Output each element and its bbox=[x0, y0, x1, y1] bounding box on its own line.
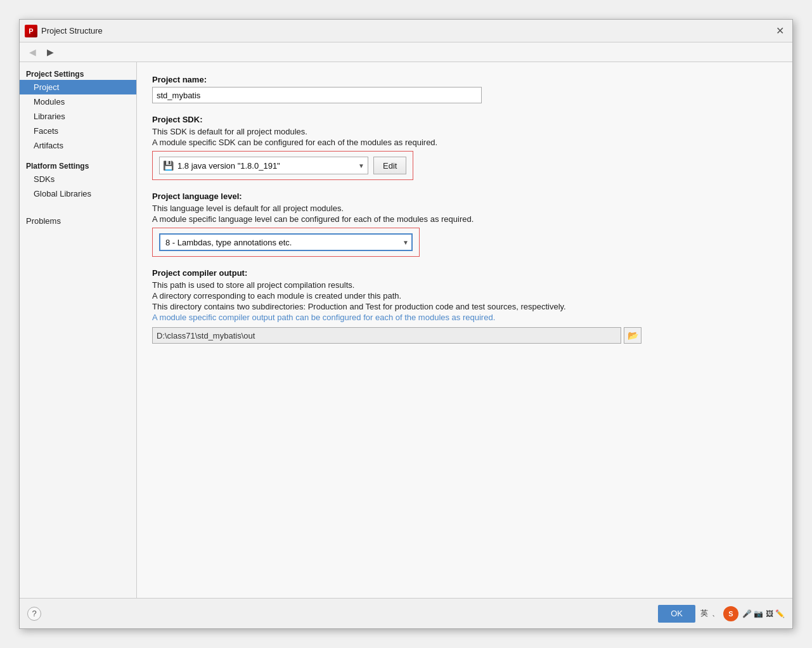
compiler-output-desc1: This path is used to store all project c… bbox=[152, 280, 777, 290]
browse-folder-button[interactable]: 📂 bbox=[624, 327, 641, 344]
close-button[interactable]: ✕ bbox=[772, 23, 787, 39]
project-settings-label: Project Settings bbox=[20, 67, 136, 80]
spacer2 bbox=[20, 201, 136, 207]
sdk-select-row: 💾 1.8 java version "1.8.0_191" ▼ Edit bbox=[159, 157, 406, 174]
sidebar-item-problems[interactable]: Problems bbox=[20, 214, 136, 228]
sdk-dropdown-wrapper: 💾 1.8 java version "1.8.0_191" ▼ bbox=[159, 157, 368, 174]
back-button[interactable]: ◀ bbox=[25, 45, 40, 59]
dialog-title: Project Structure bbox=[41, 26, 772, 36]
main-content: Project name: Project SDK: This SDK is d… bbox=[137, 62, 792, 598]
sidebar-item-modules[interactable]: Modules bbox=[20, 94, 136, 109]
sidebar-item-libraries[interactable]: Libraries bbox=[20, 109, 136, 124]
ok-button[interactable]: OK bbox=[658, 605, 695, 623]
folder-icon: 📂 bbox=[628, 330, 638, 340]
taskbar-icons-row: 🎤 📷 🖼 ✏️ bbox=[742, 609, 785, 618]
footer-left: ? bbox=[27, 607, 41, 621]
project-lang-desc1: This language level is default for all p… bbox=[152, 204, 777, 213]
project-name-label: Project name: bbox=[152, 75, 777, 84]
sidebar-item-facets[interactable]: Facets bbox=[20, 124, 136, 138]
taskbar-s-icon: S bbox=[723, 606, 738, 621]
forward-button[interactable]: ▶ bbox=[42, 45, 58, 59]
spacer3 bbox=[20, 207, 136, 214]
taskbar-label: 英 bbox=[700, 608, 708, 619]
content-area: Project Settings Project Modules Librari… bbox=[20, 62, 792, 598]
project-sdk-desc2: A module specific SDK can be configured … bbox=[152, 138, 777, 147]
taskbar-area: 英 、 S 🎤 📷 🖼 ✏️ bbox=[700, 606, 785, 621]
sidebar-item-artifacts[interactable]: Artifacts bbox=[20, 138, 136, 153]
project-sdk-desc1: This SDK is default for all project modu… bbox=[152, 127, 777, 136]
project-structure-dialog: P Project Structure ✕ ◀ ▶ Project Settin… bbox=[19, 19, 793, 629]
taskbar-comma: 、 bbox=[712, 608, 719, 619]
sidebar-item-project[interactable]: Project bbox=[20, 80, 136, 94]
project-lang-desc2: A module specific language level can be … bbox=[152, 214, 777, 224]
project-lang-label: Project language level: bbox=[152, 191, 777, 201]
footer-right: OK 英 、 S 🎤 📷 🖼 ✏️ bbox=[658, 605, 785, 623]
nav-bar: ◀ ▶ bbox=[20, 42, 792, 62]
sidebar-item-sdks[interactable]: SDKs bbox=[20, 172, 136, 186]
footer: ? OK 英 、 S 🎤 📷 🖼 ✏️ bbox=[20, 598, 792, 628]
sidebar-item-global-libraries[interactable]: Global Libraries bbox=[20, 186, 136, 201]
project-name-section: Project name: bbox=[152, 75, 777, 103]
sidebar: Project Settings Project Modules Librari… bbox=[20, 62, 137, 598]
lang-dropdown-wrapper: 8 - Lambdas, type annotations etc. 7 - D… bbox=[159, 233, 413, 251]
app-icon: P bbox=[25, 25, 37, 37]
project-sdk-section: Project SDK: This SDK is default for all… bbox=[152, 115, 777, 180]
title-bar: P Project Structure ✕ bbox=[20, 20, 792, 42]
compiler-output-section: Project compiler output: This path is us… bbox=[152, 268, 777, 344]
compiler-output-desc4: A module specific compiler output path c… bbox=[152, 313, 777, 322]
compiler-output-label: Project compiler output: bbox=[152, 268, 777, 278]
compiler-output-input[interactable] bbox=[152, 327, 621, 344]
project-sdk-label: Project SDK: bbox=[152, 115, 777, 124]
compiler-output-desc3: This directory contains two subdirectori… bbox=[152, 302, 777, 311]
lang-highlighted-box: 8 - Lambdas, type annotations etc. 7 - D… bbox=[152, 228, 420, 257]
lang-select[interactable]: 8 - Lambdas, type annotations etc. 7 - D… bbox=[159, 233, 413, 251]
sdk-highlighted-box: 💾 1.8 java version "1.8.0_191" ▼ Edit bbox=[152, 151, 413, 180]
help-button[interactable]: ? bbox=[27, 607, 41, 621]
sdk-select[interactable]: 1.8 java version "1.8.0_191" bbox=[159, 157, 368, 174]
project-name-input[interactable] bbox=[152, 87, 482, 103]
platform-settings-label: Platform Settings bbox=[20, 159, 136, 172]
project-lang-section: Project language level: This language le… bbox=[152, 191, 777, 257]
compiler-output-row: 📂 bbox=[152, 327, 777, 344]
edit-sdk-button[interactable]: Edit bbox=[373, 157, 406, 174]
compiler-output-desc2: A directory corresponding to each module… bbox=[152, 291, 777, 301]
spacer1 bbox=[20, 153, 136, 159]
